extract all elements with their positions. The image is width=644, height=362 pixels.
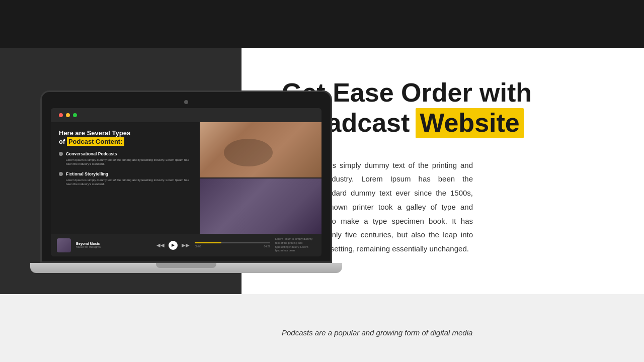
podcast-item-2: Fictional Storytelling Lorem Ipsum is si… xyxy=(59,171,192,187)
screen-title: Here are Several Types of Podcast Conten… xyxy=(59,129,192,146)
player-controls[interactable]: ◀◀ ▶ ▶▶ xyxy=(156,241,190,250)
screen-header xyxy=(51,108,321,122)
dot-yellow xyxy=(66,113,70,117)
play-button[interactable]: ▶ xyxy=(169,241,178,250)
page-wrapper: Here are Several Types of Podcast Conten… xyxy=(0,0,644,362)
screen-left-panel: Here are Several Types of Podcast Conten… xyxy=(51,122,200,234)
headline-website-highlight: Website xyxy=(416,108,523,138)
screen-body: Here are Several Types of Podcast Conten… xyxy=(51,122,321,234)
podcast-item-title-2: Fictional Storytelling xyxy=(59,171,192,176)
laptop-base xyxy=(30,263,342,273)
screen-image-top xyxy=(200,122,321,177)
podcast-dot-1 xyxy=(59,152,63,156)
photo-bottom xyxy=(200,178,321,234)
laptop-outer: Here are Several Types of Podcast Conten… xyxy=(40,90,332,263)
next-button[interactable]: ▶▶ xyxy=(182,242,190,248)
podcast-dot-2 xyxy=(59,172,63,176)
podcast-item-1: Conversational Podcasts Lorem Ipsum is s… xyxy=(59,151,192,166)
bottom-caption: Podcasts are a popular and growing form … xyxy=(282,328,589,337)
player-artist: Music for thoughts xyxy=(76,245,151,248)
podcast-name-2: Fictional Storytelling xyxy=(66,171,108,176)
podcast-desc-2: Lorem Ipsum is simply dummy text of the … xyxy=(59,178,192,187)
laptop-screen: Here are Several Types of Podcast Conten… xyxy=(51,108,321,256)
podcast-desc-1: Lorem Ipsum is simply dummy text of the … xyxy=(59,158,192,166)
dot-red xyxy=(59,113,63,117)
bottom-text-area: Podcasts are a popular and growing form … xyxy=(252,328,619,337)
top-bar xyxy=(0,0,644,48)
laptop-camera xyxy=(184,100,188,104)
player-progress: 00:00 04:27 xyxy=(195,242,270,248)
progress-times: 00:00 04:27 xyxy=(195,245,270,248)
prev-button[interactable]: ◀◀ xyxy=(156,242,165,248)
laptop-notch xyxy=(156,263,216,268)
screen-player-footer[interactable]: Beyond Music Music for thoughts ◀◀ ▶ ▶▶ xyxy=(51,234,321,256)
laptop-mockup: Here are Several Types of Podcast Conten… xyxy=(40,90,367,273)
podcast-item-title-1: Conversational Podcasts xyxy=(59,151,192,156)
progress-bar-background[interactable] xyxy=(195,242,270,243)
photo-top xyxy=(200,122,321,177)
progress-bar-fill xyxy=(195,242,221,243)
screen-right-panel xyxy=(200,122,321,234)
time-start: 00:00 xyxy=(195,245,201,248)
player-thumbnail xyxy=(57,238,71,252)
player-info: Beyond Music Music for thoughts xyxy=(76,242,151,248)
podcast-name-1: Conversational Podcasts xyxy=(66,151,117,156)
dot-green xyxy=(73,113,77,117)
footer-lorem-text: Lorem Ipsum is simply dummy text of the … xyxy=(275,237,315,253)
player-song-title: Beyond Music xyxy=(76,242,151,245)
time-end: 04:27 xyxy=(264,245,270,248)
screen-image-bottom xyxy=(200,178,321,234)
